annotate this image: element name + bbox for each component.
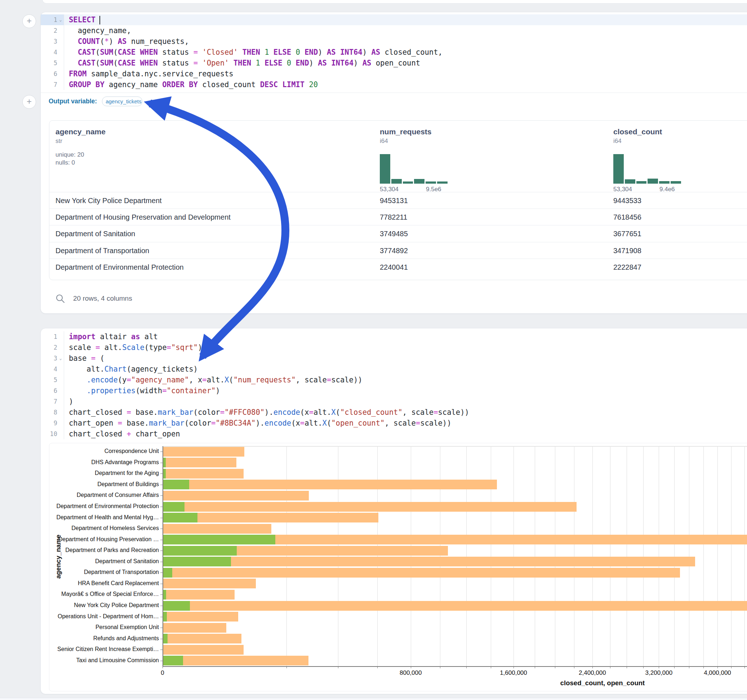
y-axis-label: Mayorâ€ s Office of Special Enforce… <box>49 591 159 597</box>
collapse-chevron-icon[interactable]: ⌄ <box>57 353 64 364</box>
plot-top-border <box>163 446 747 447</box>
gridline <box>466 446 467 666</box>
table-cell: Department of Housing Preservation and D… <box>56 209 231 225</box>
bar-closed <box>163 557 695 566</box>
gridline <box>514 446 514 666</box>
x-axis-tick-label: 800,000 <box>400 669 422 677</box>
column-header-agency_name[interactable]: agency_name <box>56 127 106 136</box>
collapse-chevron-icon <box>57 79 64 90</box>
sql-editor[interactable]: 1⌄SELECT2 agency_name,3 COUNT(*) AS num_… <box>41 14 747 90</box>
histogram-bar <box>403 181 413 184</box>
line-number: 7 <box>41 79 57 90</box>
code-text: scale = alt.Scale(type="sqrt") <box>64 342 747 353</box>
table-cell: 9443533 <box>613 192 641 209</box>
code-text: chart_closed = base.mark_bar(color="#FFC… <box>64 407 747 418</box>
collapse-chevron-icon[interactable]: ⌄ <box>57 14 64 25</box>
line-number: 4 <box>41 364 57 374</box>
line-number: 4 <box>41 47 57 57</box>
bar-closed <box>163 458 236 468</box>
collapse-chevron-icon <box>57 364 64 374</box>
code-text: CAST(SUM(CASE WHEN status = 'Open' THEN … <box>64 57 747 68</box>
code-text: CAST(SUM(CASE WHEN status = 'Closed' THE… <box>64 47 747 57</box>
bar-closed <box>163 601 747 611</box>
table-footer: 20 rows, 4 columns <box>55 290 132 308</box>
y-axis-label: Department of Transportation <box>49 569 159 575</box>
search-icon[interactable] <box>55 293 65 303</box>
bar-open <box>163 469 166 478</box>
gridline <box>717 446 718 666</box>
line-number: 2 <box>41 25 57 36</box>
column-histogram <box>613 154 681 184</box>
line-number: 6 <box>41 385 57 396</box>
column-header-closed_count[interactable]: closed_count <box>613 127 662 136</box>
output-variable-badge[interactable]: agency_tickets <box>102 97 142 106</box>
bar-closed <box>163 656 308 665</box>
line-number: 9 <box>41 418 57 428</box>
histogram-bar <box>437 181 448 184</box>
table-row: Department of Housing Preservation and D… <box>49 208 747 225</box>
table-cell: 3677651 <box>613 225 641 242</box>
x-axis-tick-label: 0 <box>161 669 164 677</box>
gridline <box>286 446 287 666</box>
code-line: 1import altair as alt <box>41 331 747 342</box>
gridline <box>491 446 491 666</box>
bar-closed <box>163 568 680 578</box>
table-row: Department of Sanitation37494853677651 <box>49 225 747 241</box>
line-number: 2 <box>41 342 57 353</box>
bar-closed <box>163 623 226 633</box>
table-cell: 2222847 <box>613 259 641 276</box>
x-axis-tick <box>593 666 593 668</box>
code-text: import altair as alt <box>64 331 747 342</box>
code-text: .properties(width="container") <box>64 385 747 396</box>
code-line: 8chart_closed = base.mark_bar(color="#FF… <box>41 407 747 418</box>
line-number: 10 <box>41 428 57 439</box>
code-line: 10chart_closed + chart_open <box>41 428 747 439</box>
y-axis-label: Department of Housing Preservation … <box>49 536 159 543</box>
code-line: 4 CAST(SUM(CASE WHEN status = 'Closed' T… <box>41 47 747 57</box>
bar-open <box>163 513 198 522</box>
bar-closed <box>163 480 497 489</box>
collapse-chevron-icon <box>57 36 64 47</box>
gridline <box>377 446 378 666</box>
collapse-chevron-icon <box>57 342 64 353</box>
histogram-bar <box>613 154 624 184</box>
line-number: 6 <box>41 68 57 79</box>
column-header-num_requests[interactable]: num_requests <box>380 127 432 136</box>
add-cell-button-middle[interactable]: + <box>22 95 36 109</box>
y-axis-label: Department of Homeless Services <box>49 525 159 531</box>
collapse-chevron-icon <box>57 331 64 342</box>
collapse-chevron-icon <box>57 25 64 36</box>
histogram-bar <box>414 179 425 184</box>
python-cell-card: 1import altair as alt2scale = alt.Scale(… <box>40 328 747 694</box>
code-text: .encode(y="agency_name", x=alt.X("num_re… <box>64 374 747 385</box>
table-cell: Department of Transportation <box>56 242 149 259</box>
plus-icon: + <box>27 97 32 106</box>
y-axis-label: Department of Parks and Recreation <box>49 547 159 554</box>
line-number: 5 <box>41 374 57 385</box>
code-line: 3⌄base = ( <box>41 353 747 364</box>
text-cursor <box>100 16 100 24</box>
bar-open <box>163 568 172 578</box>
x-axis-tick-label: 3,200,000 <box>646 669 673 677</box>
code-line: 7GROUP BY agency_name ORDER BY closed_co… <box>41 79 747 90</box>
histogram-bar <box>671 181 681 184</box>
python-editor[interactable]: 1import altair as alt2scale = alt.Scale(… <box>41 331 747 439</box>
histogram-bar <box>426 181 436 184</box>
code-line: 7) <box>41 396 747 407</box>
code-text: base = ( <box>64 353 747 364</box>
table-cell: 7618456 <box>613 209 641 225</box>
bar-open <box>163 458 166 468</box>
code-text: ) <box>64 396 747 407</box>
bar-closed <box>163 579 256 588</box>
line-number: 8 <box>41 407 57 418</box>
y-axis-label: Taxi and Limousine Commission <box>49 657 159 664</box>
result-table: agency_namestrunique: 20nulls: 0num_requ… <box>49 120 747 280</box>
y-axis-label: Department of Environmental Protection <box>49 503 159 510</box>
x-axis-title: closed_count, open_count <box>560 679 645 687</box>
histogram-bar <box>637 181 647 184</box>
code-line: 6FROM sample_data.nyc.service_requests <box>41 68 747 79</box>
y-axis-label: DHS Advantage Programs <box>49 459 159 466</box>
next-cell-card <box>0 698 747 700</box>
add-cell-button-top[interactable]: + <box>22 14 36 28</box>
y-axis-label: Personal Exemption Unit <box>49 624 159 631</box>
